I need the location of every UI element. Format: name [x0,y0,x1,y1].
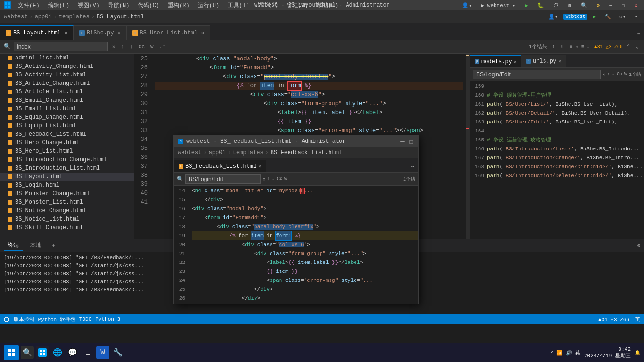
sidebar-item-bs-monster-list[interactable]: BS_Monster_List.html [0,198,134,206]
tab-bs-user-list[interactable]: H BS_User_List.html ✕ [127,25,210,40]
run-green[interactable]: ▶ [590,13,599,20]
menu-tools[interactable]: 工具(T) [224,0,253,10]
taskbar-pycharm[interactable] [36,346,49,359]
sidebar-item-bs-activity-list[interactable]: BS_Activity_List.html [0,71,134,79]
right-search-cc[interactable]: Cc [617,72,622,77]
sidebar-item-bs-email-list[interactable]: BS_Email_List.html [0,105,134,113]
search-input[interactable] [14,42,108,51]
menu-edit[interactable]: 编辑(E) [44,0,74,10]
status-errors[interactable]: ▲31 △3 ✓66 [598,316,629,322]
right-tab-close-models[interactable]: ✕ [514,59,517,65]
systray-sound[interactable]: 🔊 [566,350,572,356]
menu-refactor[interactable]: 重构(R) [164,0,193,10]
build-btn[interactable]: 🔨 [602,13,614,20]
popup-breadcrumb-file[interactable]: BS_Feedback_List.html [271,149,342,156]
status-python-pkg[interactable]: Python 软件包 [38,316,75,323]
systray-notification[interactable]: 🔔 [635,350,640,355]
breadcrumb-app[interactable]: app01 [35,14,52,20]
sidebar-item-bs-notice-change[interactable]: BS_Notice_Change.html [0,206,134,215]
terminal-tab-local[interactable]: 本地 [26,240,45,250]
sidebar-item-bs-intro-list[interactable]: BS_Introduction_List.html [0,164,134,173]
right-tab-models[interactable]: P models.py ✕ [470,55,521,67]
coverage-btn[interactable]: ≋ [565,2,574,9]
window-controls[interactable]: 👤▾ ▶ webtest ▾ ▶ 🐛 ⏱ ≋ 🔍 ⚙ — ☐ ✕ [459,2,640,9]
menu-code[interactable]: 代码(C) [134,0,163,10]
popup-search-next[interactable]: ↓ [272,176,275,181]
popup-minimize-btn[interactable]: — [399,138,405,146]
status-todo[interactable]: TODO [79,316,91,322]
systray-expand[interactable]: ^ [551,350,553,355]
menu-run[interactable]: 运行(U) [194,0,223,10]
menu-file[interactable]: 文件(F) [14,0,43,10]
tab-bishe-py[interactable]: P BiShe.py ✕ [74,25,127,40]
tab-close-bs-layout[interactable]: ✕ [65,30,67,36]
profile-dropdown[interactable]: 👤▾ [545,13,561,20]
tab-close-bishe[interactable]: ✕ [117,30,120,36]
right-search-clear[interactable]: ✕ [603,72,605,77]
menu-nav[interactable]: 导航(N) [104,0,133,10]
sidebar-item-bs-monster-change[interactable]: BS_Monster_Change.html [0,189,134,198]
search-word-btn[interactable]: W [149,43,155,50]
popup-search-cc[interactable]: Cc [277,176,282,181]
terminal-add-btn[interactable]: ＋ [51,242,56,249]
popup-breadcrumb-project[interactable]: webtest [178,149,201,156]
run-btn[interactable]: ▶ [522,2,531,9]
search-next-btn[interactable]: ↓ [128,43,134,50]
breadcrumb-file[interactable]: BS_Layout.html [97,14,144,20]
popup-tab-feedback[interactable]: H BS_Feedback_List.html ✕ [174,160,266,172]
systray-ime[interactable]: 英 [575,349,580,356]
search-up-btn[interactable]: ⬆ [550,43,556,50]
right-code-area[interactable]: 159160161162163 164165166167168169 # 毕设 … [470,81,644,239]
sidebar-item-bs-article-change[interactable]: BS_Article_Change.html [0,79,134,88]
status-encoding[interactable]: 英 [635,316,640,323]
right-tab-close-urls[interactable]: ✕ [558,58,561,64]
status-python[interactable]: Python 3 [95,316,120,322]
taskbar-pycharm2[interactable]: 🖥 [81,346,94,359]
taskbar-search[interactable]: 🔍 [21,346,34,359]
systray-network[interactable]: 📶 [556,350,563,356]
sidebar-item-bs-activity-change[interactable]: BS_Activity_Change.html [0,62,134,71]
sidebar-item-bs-email-change[interactable]: BS_Email_Change.html [0,96,134,105]
popup-tab-close[interactable]: ✕ [258,164,261,169]
popup-breadcrumb-templates[interactable]: templates [233,149,264,156]
taskbar-app5[interactable]: 🔧 [111,346,124,359]
minimize-btn[interactable]: — [606,2,615,8]
sidebar-item-bs-equip-change[interactable]: BS_Equip_Change.html [0,113,134,122]
sidebar-item-bs-skill-change[interactable]: BS_Skill_Change.html [0,223,134,232]
sidebar-item-bs-equip-list[interactable]: BS_Equip_List.html [0,122,134,130]
popup-search-prev[interactable]: ↑ [267,176,270,181]
profile-run-btn[interactable]: ⏱ [551,2,561,9]
popup-search-w[interactable]: W [284,176,287,181]
sidebar-item-bs-login[interactable]: BS_Login.html [0,181,134,189]
right-search-next[interactable]: ↓ [612,72,615,77]
terminal-options[interactable]: ⚙ [637,242,640,248]
sidebar-item-bs-hero-list[interactable]: BS_Hero_List.html [0,147,134,156]
sidebar-item-bs-article-list[interactable]: BS_Article_List.html [0,88,134,96]
vcs-branch[interactable]: webtest [563,14,587,20]
terminal-tab-terminal[interactable]: 终端 [4,240,23,251]
sidebar-item-bs-hero-change[interactable]: BS_Hero_Change.html [0,139,134,147]
sidebar-item-bs-intro-change[interactable]: BS_Introduction_Change.html [0,156,134,164]
sidebar-item-bs-feedback-list[interactable]: BS_Feedback_List.html [0,130,134,139]
taskbar-clock[interactable]: 0:42 2023/4/19 星期三 [584,346,631,359]
reload-btn[interactable]: ↺▾ [617,13,628,20]
sidebar-item-admin1[interactable]: admin1_list.html [0,54,134,62]
search-options-btn[interactable]: Cc [137,43,146,50]
status-vcs[interactable]: 版本控制 [4,316,34,323]
search-everywhere-btn[interactable]: 🔍 [578,2,590,9]
profile-btn[interactable]: 👤▾ [459,2,475,9]
taskbar-chrome[interactable]: 🌐 [51,346,64,359]
debug-btn[interactable]: 🐛 [535,2,547,9]
taskbar-wechat[interactable]: 💬 [66,346,79,359]
right-search-prev[interactable]: ↑ [607,72,610,77]
right-search-input[interactable] [473,70,601,79]
scrollbar-gutter[interactable] [463,54,470,239]
breadcrumb-templates[interactable]: templates [59,14,90,20]
settings-btn[interactable]: ⚙ [594,2,603,9]
search-regex-btn[interactable]: .* [158,43,167,50]
menu-view[interactable]: 视图(V) [74,0,103,10]
right-tab-urls[interactable]: P urls.py ✕ [521,55,566,67]
search-expand[interactable]: ⌃ [626,43,632,50]
popup-maximize-btn[interactable]: ☐ [408,138,414,146]
popup-breadcrumb-app[interactable]: app01 [209,149,226,156]
